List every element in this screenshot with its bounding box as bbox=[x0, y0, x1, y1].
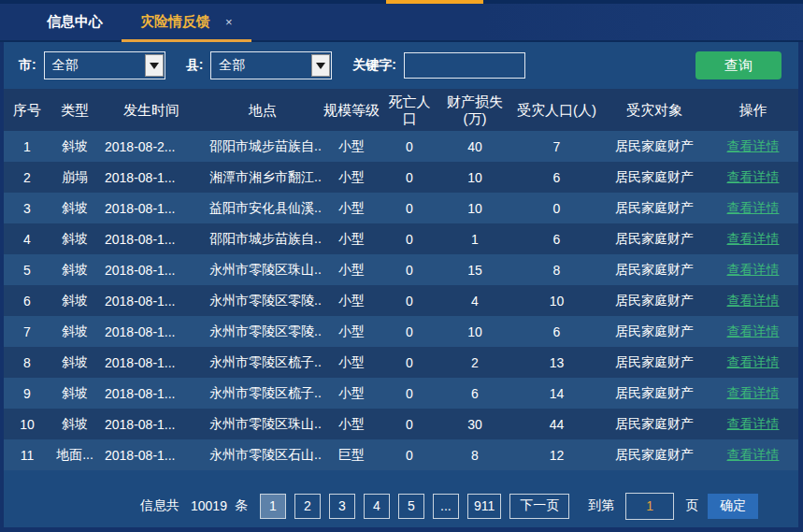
cell-time: 2018-08-1... bbox=[99, 201, 204, 216]
view-details-link[interactable]: 查看详情 bbox=[727, 169, 780, 184]
confirm-button[interactable]: 确定 bbox=[708, 494, 758, 519]
page-button-4[interactable]: 4 bbox=[364, 494, 390, 519]
page-button-5[interactable]: 5 bbox=[398, 494, 424, 519]
cell-loss: 10 bbox=[437, 170, 512, 185]
cell-time: 2018-08-1... bbox=[99, 232, 204, 247]
cell-action: 查看详情 bbox=[708, 324, 798, 340]
cell-deaths: 0 bbox=[381, 294, 437, 309]
cell-loss: 8 bbox=[437, 448, 512, 463]
tab-bar: 信息中心 灾险情反馈 × bbox=[0, 4, 803, 42]
cell-target: 居民家庭财产 bbox=[601, 354, 708, 371]
pagination-bar: 信息共 10019 条 12345...911 下一页 到第 页 确定 bbox=[4, 492, 798, 520]
cell-no: 10 bbox=[4, 417, 50, 432]
table-row: 11地面...2018-08-1...永州市零陵区石山...巨型0812居民家庭… bbox=[4, 439, 798, 470]
page-button-2[interactable]: 2 bbox=[294, 494, 321, 519]
cell-loss: 4 bbox=[437, 294, 512, 309]
page-button-1[interactable]: 1 bbox=[260, 494, 286, 519]
cell-scale: 小型 bbox=[322, 416, 381, 433]
cell-deaths: 0 bbox=[381, 263, 437, 278]
cell-action: 查看详情 bbox=[708, 262, 798, 279]
cell-place: 湘潭市湘乡市翻江... bbox=[204, 169, 322, 186]
cell-time: 2018-08-1... bbox=[99, 417, 204, 432]
cell-place: 永州市零陵区珠山... bbox=[204, 262, 322, 279]
chevron-down-icon[interactable] bbox=[145, 54, 164, 77]
cell-affected: 14 bbox=[512, 386, 601, 401]
cell-deaths: 0 bbox=[381, 232, 437, 247]
cell-target: 居民家庭财产 bbox=[601, 416, 708, 433]
column-header-scale: 规模等级 bbox=[322, 89, 381, 131]
cell-no: 8 bbox=[4, 355, 50, 370]
close-icon[interactable]: × bbox=[225, 15, 233, 29]
cell-type: 斜坡 bbox=[50, 385, 99, 402]
cell-place: 永州市零陵区梳子... bbox=[204, 354, 322, 371]
cell-time: 2018-08-1... bbox=[99, 263, 204, 278]
table-row: 6斜坡2018-08-1...永州市零陵区零陵...小型0410居民家庭财产查看… bbox=[4, 285, 798, 316]
cell-deaths: 0 bbox=[381, 201, 437, 216]
page-ellipsis-button[interactable]: ... bbox=[433, 494, 459, 519]
city-select-value: 全部 bbox=[45, 57, 144, 74]
view-details-link[interactable]: 查看详情 bbox=[727, 231, 780, 246]
table-row: 5斜坡2018-08-1...永州市零陵区珠山...小型0158居民家庭财产查看… bbox=[4, 254, 798, 285]
county-label: 县: bbox=[186, 57, 204, 74]
cell-action: 查看详情 bbox=[708, 231, 798, 248]
page-button-3[interactable]: 3 bbox=[329, 494, 355, 519]
cell-place: 邵阳市城步苗族自... bbox=[204, 231, 322, 248]
cell-time: 2018-08-1... bbox=[99, 386, 204, 401]
cell-no: 1 bbox=[4, 139, 50, 154]
cell-target: 居民家庭财产 bbox=[601, 138, 708, 155]
chevron-down-icon[interactable] bbox=[311, 54, 330, 77]
view-details-link[interactable]: 查看详情 bbox=[727, 324, 780, 338]
cell-deaths: 0 bbox=[381, 170, 437, 185]
query-button[interactable]: 查询 bbox=[695, 51, 781, 79]
table-header-row: 序号类型发生时间地点规模等级死亡人口财产损失(万)受灾人口(人)受灾对象操作 bbox=[4, 89, 798, 131]
cell-target: 居民家庭财产 bbox=[601, 447, 708, 464]
cell-scale: 小型 bbox=[322, 169, 381, 186]
cell-scale: 小型 bbox=[322, 385, 381, 402]
cell-type: 斜坡 bbox=[50, 293, 99, 309]
tab-disaster-feedback[interactable]: 灾险情反馈 × bbox=[122, 4, 251, 42]
cell-action: 查看详情 bbox=[708, 447, 798, 464]
cell-scale: 小型 bbox=[322, 262, 381, 279]
cell-scale: 小型 bbox=[322, 354, 381, 371]
cell-no: 4 bbox=[4, 232, 50, 247]
next-page-button[interactable]: 下一页 bbox=[509, 494, 569, 519]
view-details-link[interactable]: 查看详情 bbox=[727, 200, 780, 215]
view-details-link[interactable]: 查看详情 bbox=[727, 447, 780, 462]
cell-action: 查看详情 bbox=[708, 169, 798, 186]
total-prefix: 信息共 bbox=[140, 497, 179, 514]
cell-time: 2018-08-1... bbox=[99, 448, 204, 463]
view-details-link[interactable]: 查看详情 bbox=[727, 385, 780, 400]
cell-time: 2018-08-2... bbox=[99, 139, 204, 154]
page-button-911[interactable]: 911 bbox=[467, 494, 501, 519]
view-details-link[interactable]: 查看详情 bbox=[727, 138, 780, 153]
app-window: 信息中心 灾险情反馈 × 市: 全部 县: 全部 关键字: 查询 序号类型发生时… bbox=[0, 0, 803, 532]
goto-page-input[interactable] bbox=[625, 493, 674, 520]
cell-place: 益阳市安化县仙溪... bbox=[204, 200, 322, 217]
page-buttons: 12345...911 bbox=[251, 494, 501, 519]
tab-info-center[interactable]: 信息中心 bbox=[28, 4, 122, 42]
cell-place: 永州市零陵区珠山... bbox=[204, 416, 322, 433]
column-header-time: 发生时间 bbox=[99, 89, 204, 131]
cell-loss: 30 bbox=[437, 417, 512, 432]
cell-action: 查看详情 bbox=[708, 385, 798, 402]
view-details-link[interactable]: 查看详情 bbox=[727, 293, 780, 308]
table-body: 1斜坡2018-08-2...邵阳市城步苗族自...小型0407居民家庭财产查看… bbox=[4, 131, 798, 470]
column-header-target: 受灾对象 bbox=[601, 89, 708, 131]
disaster-table: 序号类型发生时间地点规模等级死亡人口财产损失(万)受灾人口(人)受灾对象操作 1… bbox=[4, 89, 798, 470]
column-header-affected: 受灾人口(人) bbox=[512, 89, 601, 131]
view-details-link[interactable]: 查看详情 bbox=[727, 354, 780, 369]
county-select[interactable]: 全部 bbox=[210, 51, 332, 79]
total-count: 10019 bbox=[191, 498, 227, 513]
column-header-no: 序号 bbox=[4, 89, 50, 131]
cell-affected: 6 bbox=[512, 232, 601, 247]
view-details-link[interactable]: 查看详情 bbox=[727, 416, 780, 431]
cell-loss: 1 bbox=[437, 232, 512, 247]
cell-target: 居民家庭财产 bbox=[601, 324, 708, 340]
cell-scale: 小型 bbox=[322, 200, 381, 217]
column-header-deaths: 死亡人口 bbox=[381, 89, 437, 131]
view-details-link[interactable]: 查看详情 bbox=[727, 262, 780, 277]
cell-target: 居民家庭财产 bbox=[601, 293, 708, 309]
keyword-input[interactable] bbox=[404, 52, 525, 79]
city-select[interactable]: 全部 bbox=[44, 51, 165, 79]
cell-no: 3 bbox=[4, 201, 50, 216]
